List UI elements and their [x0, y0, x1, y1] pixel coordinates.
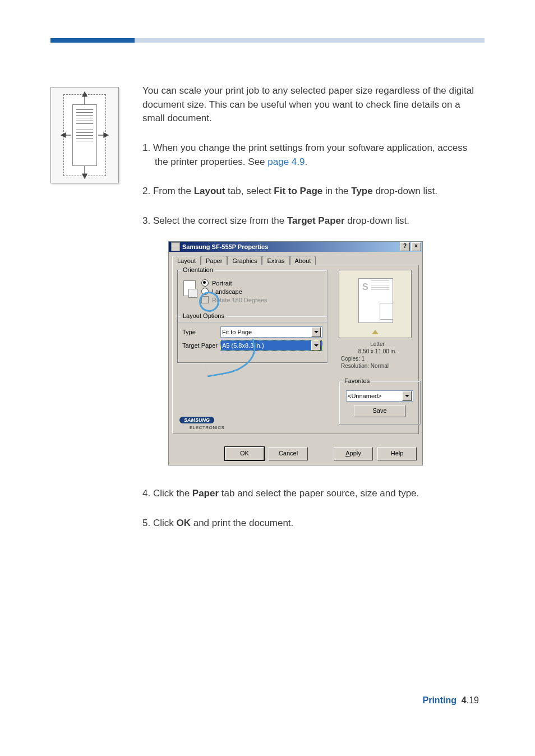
favorites-group: Favorites <Unnamed> Save	[339, 381, 421, 425]
layout-options-group: Layout Options Type Fit to Page Target P…	[177, 316, 328, 363]
checkbox-rotate-180: Rotate 180 Degrees	[201, 296, 322, 303]
step-5: 5. Click OK and print the document.	[142, 517, 479, 531]
ok-button[interactable]: OK	[225, 447, 264, 460]
tab-about[interactable]: About	[290, 256, 316, 265]
orientation-icon	[183, 280, 196, 296]
favorites-save-button[interactable]: Save	[354, 405, 405, 417]
fit-to-page-illustration	[50, 87, 119, 183]
chevron-down-icon[interactable]	[402, 391, 412, 401]
page-preview: S	[339, 270, 412, 338]
radio-landscape[interactable]: Landscape	[201, 288, 322, 295]
scale-arrows-icon	[51, 87, 118, 183]
help-button[interactable]: Help	[377, 447, 417, 460]
printer-properties-dialog: Samsung SF-555P Properties ? × Layout Pa…	[168, 241, 423, 465]
step-4: 4. Click the Paper tab and select the pa…	[142, 487, 479, 501]
step-2: 2. From the Layout tab, select Fit to Pa…	[142, 185, 479, 199]
svg-marker-5	[61, 133, 66, 137]
brand-logo: SAMSUNG ELECTRONICS	[179, 416, 224, 430]
titlebar-close-button[interactable]: ×	[411, 242, 421, 251]
tab-layout[interactable]: Layout	[172, 256, 201, 265]
dialog-titlebar[interactable]: Samsung SF-555P Properties ? ×	[169, 242, 422, 252]
target-paper-label: Target Paper	[182, 342, 220, 349]
page-ref-link[interactable]: page 4.9	[268, 156, 305, 167]
preview-info: Letter 8.50 x 11.00 in. Copies: 1 Resolu…	[341, 340, 414, 370]
radio-portrait[interactable]: Portrait	[201, 279, 322, 287]
type-dropdown[interactable]: Fit to Page	[220, 326, 322, 338]
page-footer: Printing 4.19	[423, 695, 479, 706]
intro-paragraph: You can scale your print job to any sele…	[142, 84, 479, 126]
target-paper-dropdown[interactable]: A5 (5.8x8.3 in.)	[220, 340, 322, 351]
dialog-tabs: Layout Paper Graphics Extras About	[169, 252, 422, 265]
chevron-down-icon[interactable]	[311, 340, 321, 351]
step-1: 1. When you change the print settings fr…	[142, 141, 479, 169]
layout-options-legend: Layout Options	[181, 312, 226, 319]
favorites-dropdown[interactable]: <Unnamed>	[346, 390, 413, 402]
tab-extras[interactable]: Extras	[262, 256, 289, 265]
titlebar-app-icon	[171, 242, 180, 251]
page-top-rule	[50, 38, 485, 43]
step-3: 3. Select the correct size from the Targ…	[142, 214, 479, 228]
svg-marker-1	[82, 92, 87, 96]
dialog-title: Samsung SF-555P Properties	[182, 243, 268, 250]
apply-button[interactable]: Apply	[334, 447, 373, 460]
chevron-down-icon[interactable]	[311, 327, 321, 337]
favorites-legend: Favorites	[343, 377, 371, 384]
fit-arrow-icon	[372, 330, 379, 334]
tab-paper[interactable]: Paper	[201, 256, 227, 265]
svg-marker-3	[82, 174, 87, 178]
cancel-button[interactable]: Cancel	[269, 447, 308, 460]
tab-graphics[interactable]: Graphics	[227, 256, 262, 265]
svg-marker-7	[104, 133, 108, 137]
titlebar-help-button[interactable]: ?	[400, 242, 410, 251]
type-label: Type	[182, 329, 220, 335]
orientation-legend: Orientation	[181, 266, 215, 273]
